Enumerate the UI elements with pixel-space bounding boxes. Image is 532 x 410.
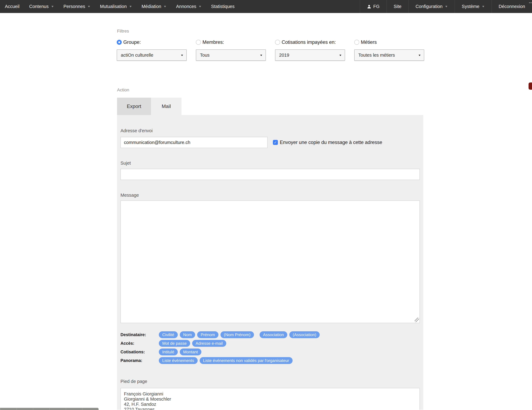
filter-radio-metiers[interactable]: Métiers [354,40,424,45]
tag-row-label: Destinataire: [121,332,159,337]
sender-address-label: Adresse d'envoi [121,128,420,133]
message-textarea[interactable] [121,200,420,323]
nav-left: Accueil Contenus▼ Personnes▼ Mutualisati… [0,0,239,13]
merge-tag-rows: Destinataire: Civilité Nom Prénom (Nom P… [121,331,420,364]
sender-address-row: ✓ Envoyer une copie du message à cette a… [121,137,420,148]
filter-radio-groupe[interactable]: Groupe: [117,40,187,45]
select-value: Toutes les métiers [358,53,395,58]
nav-item-annonces[interactable]: Annonces▼ [171,0,206,13]
tag-row-cotisations: Cotisations: Intitulé Montant [121,349,420,355]
nav-item-label: Accueil [5,4,19,9]
select-metiers[interactable]: Toutes les métiers ▼ [354,49,424,61]
tag-row-destinataire: Destinataire: Civilité Nom Prénom (Nom P… [121,331,420,338]
nav-item-mutualisation[interactable]: Mutualisation▼ [95,0,137,13]
select-cotisations-annee[interactable]: 2019 ▼ [275,49,345,61]
nav-item-label: Configuration [416,4,443,9]
tag-pill[interactable]: Mot de passe [159,340,190,347]
tag-row-label: Accès: [121,341,159,346]
nav-item-label: Système [462,4,479,9]
red-side-tab[interactable] [529,83,532,90]
resize-handle-icon[interactable] [415,318,419,322]
tag-pill[interactable]: (Nom Prénom) [220,331,254,338]
tag-row-acces: Accès: Mot de passe Adresse e-mail [121,340,420,347]
radio-unselected-icon[interactable] [196,40,201,45]
filter-radio-cotisations[interactable]: Cotisations impayées en: [275,40,345,45]
nav-item-label: Déconnexion [499,4,525,9]
chevron-down-icon: ▼ [199,5,202,8]
filter-radio-label: Groupe: [123,39,141,45]
tag-pill[interactable]: Liste événements non validés par l'organ… [200,357,293,364]
sender-address-input[interactable] [121,137,267,148]
subject-input[interactable] [121,169,420,180]
chevron-down-icon: ▼ [339,54,342,57]
tag-pill[interactable]: Civilité [159,331,178,338]
nav-item-contenus[interactable]: Contenus▼ [24,0,59,13]
nav-item-site[interactable]: Site [387,0,408,13]
copy-checkbox-group[interactable]: ✓ Envoyer une copie du message à cette a… [273,140,382,145]
nav-item-accueil[interactable]: Accueil [0,0,24,13]
filters-section-label: Filtres [117,29,532,34]
chevron-down-icon: ▼ [51,5,54,8]
radio-selected-icon[interactable] [117,40,122,45]
tag-pill[interactable]: Intitulé [159,349,178,355]
chevron-down-icon: ▼ [180,54,184,57]
chevron-down-icon: ▼ [163,5,167,8]
horizontal-scrollbar[interactable] [0,408,99,410]
chevron-down-icon: ▼ [445,5,448,8]
copy-checkbox-label: Envoyer une copie du message à cette adr… [280,140,382,145]
chevron-down-icon: ▼ [482,5,485,8]
chevron-down-icon: ▼ [418,54,421,57]
scrollbar-artifact [531,2,532,3]
action-section-label: Action [117,87,532,93]
mail-panel: Adresse d'envoi ✓ Envoyer une copie du m… [117,115,423,410]
tag-row-label: Panorama: [121,358,159,363]
filter-radio-label: Métiers [361,39,377,45]
filter-radio-label: Cotisations impayées en: [282,39,336,45]
subject-label: Sujet [121,160,420,166]
nav-item-systeme[interactable]: Système▼ [455,0,492,13]
nav-item-personnes[interactable]: Personnes▼ [58,0,95,13]
nav-item-label: Personnes [63,4,85,9]
filter-radio-membres[interactable]: Membres: [196,40,266,45]
message-textarea-wrap [121,200,420,323]
tab-export[interactable]: Export [117,98,151,115]
filter-radio-label: Membres: [202,39,224,45]
nav-right: FG Site Configuration▼ Système▼ Déconnex… [360,0,532,13]
select-membres[interactable]: Tous ▼ [196,49,266,61]
nav-user-initials: FG [373,4,380,9]
nav-item-deconnexion[interactable]: Déconnexion [492,0,532,13]
nav-item-label: Médiation [142,4,161,9]
radio-unselected-icon[interactable] [354,40,359,45]
footer-textarea[interactable]: François Giorgianni Giorgianni & Moeschl… [121,388,420,410]
nav-item-label: Statistiques [211,4,235,9]
select-value: Tous [200,53,209,58]
tag-pill[interactable]: Prénom [197,331,218,338]
nav-item-label: Mutualisation [100,4,127,9]
tag-pill[interactable]: Association [260,331,287,338]
tag-pill[interactable]: Montant [180,349,201,355]
nav-item-configuration[interactable]: Configuration▼ [408,0,455,13]
checkbox-checked-icon[interactable]: ✓ [273,140,278,145]
tag-pill[interactable]: Nom [180,331,195,338]
action-tabs: Export Mail [117,98,532,115]
chevron-down-icon: ▼ [129,5,132,8]
tag-pill[interactable]: (Association) [289,331,320,338]
nav-item-statistiques[interactable]: Statistiques [206,0,239,13]
chevron-down-icon: ▼ [260,54,263,57]
nav-item-label: Site [394,4,401,9]
select-value: actiOn culturelle [121,53,153,58]
nav-item-mediation[interactable]: Médiation▼ [137,0,171,13]
tag-row-label: Cotisations: [121,350,159,354]
select-groupe[interactable]: actiOn culturelle ▼ [117,49,187,61]
scrollbar-artifact [529,2,531,3]
nav-user-menu[interactable]: FG [360,0,386,13]
filters-grid: Groupe: Membres: Cotisations impayées en… [117,40,532,61]
select-value: 2019 [279,53,289,58]
tag-pill[interactable]: Adresse e-mail [192,340,226,347]
nav-item-label: Annonces [176,4,196,9]
tag-pill[interactable]: Liste événements [159,357,198,364]
radio-unselected-icon[interactable] [275,40,280,45]
chevron-down-icon: ▼ [87,5,91,8]
tab-mail[interactable]: Mail [151,98,181,115]
message-label: Message [121,192,420,198]
